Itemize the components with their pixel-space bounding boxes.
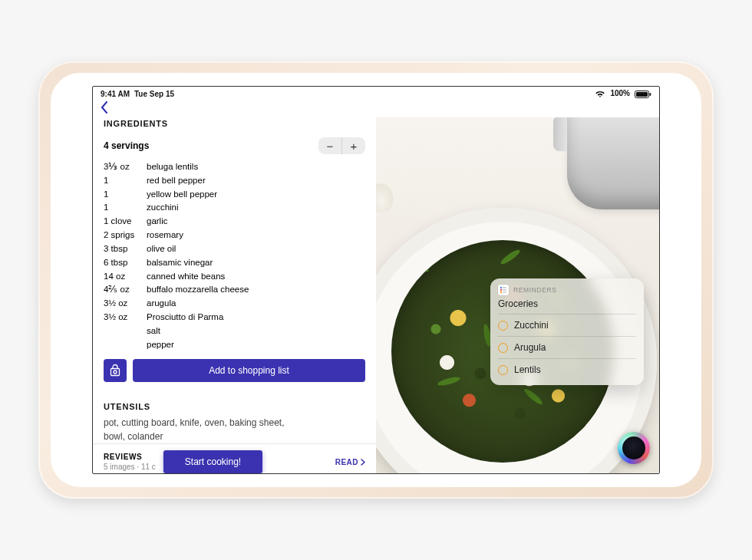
reminders-header: REMINDERS: [498, 285, 636, 295]
add-row: Add to shopping list: [104, 359, 365, 382]
ingredient-name: beluga lentils: [147, 160, 365, 174]
utensils-title: UTENSILS: [104, 402, 365, 411]
reminder-label: Arugula: [514, 342, 546, 353]
ingredient-row: 1yellow bell pepper: [104, 188, 365, 202]
ingredient-qty: 3⅓ oz: [104, 160, 147, 174]
ingredient-name: yellow bell pepper: [147, 188, 365, 202]
svg-rect-3: [111, 369, 120, 376]
servings-row: 4 servings − +: [104, 137, 365, 154]
svg-point-9: [500, 292, 502, 293]
servings-stepper: − +: [318, 137, 365, 154]
back-button[interactable]: [101, 101, 108, 117]
reminders-app-label: REMINDERS: [513, 286, 556, 294]
svg-rect-2: [650, 93, 651, 96]
reviews-block: REVIEWS 5 images · 11 c: [104, 453, 156, 471]
reminder-checkbox[interactable]: [498, 365, 508, 375]
ingredient-row: 1 clovegarlic: [104, 215, 365, 229]
ingredient-name: salt: [147, 324, 365, 338]
battery-percent: 100%: [610, 89, 630, 97]
reminders-items: ZucchiniArugulaLentils: [498, 314, 636, 380]
ingredient-qty: 6 tbsp: [104, 256, 147, 270]
start-cooking-label: Start cooking!: [185, 456, 241, 467]
start-cooking-button[interactable]: Start cooking!: [163, 450, 262, 473]
ingredient-qty: 3½ oz: [104, 297, 147, 311]
reminder-label: Lentils: [514, 364, 541, 375]
svg-point-5: [500, 287, 502, 288]
ingredient-row: 6 tbspbalsamic vinegar: [104, 256, 365, 270]
ingredient-qty: [104, 324, 147, 338]
ingredient-name: zucchini: [147, 201, 365, 215]
recipe-photo-panel: REMINDERS Groceries ZucchiniArugulaLenti…: [376, 117, 659, 473]
read-label: READ: [335, 458, 358, 466]
ingredient-name: Prosciutto di Parma: [147, 311, 365, 324]
svg-rect-8: [503, 289, 506, 290]
reviews-meta: 5 images · 11 c: [104, 463, 156, 471]
ingredient-qty: 3 tbsp: [104, 242, 147, 256]
ingredient-row: 3½ ozProsciutto di Parma: [104, 311, 365, 324]
reviews-title: REVIEWS: [104, 453, 156, 461]
reminder-checkbox[interactable]: [498, 343, 508, 353]
ingredient-qty: 3½ oz: [104, 311, 147, 324]
ingredient-row: 1zucchini: [104, 201, 365, 215]
servings-increment[interactable]: +: [342, 137, 365, 154]
ingredient-row: 4⅖ ozbuffalo mozzarella cheese: [104, 283, 365, 297]
ingredient-row: 3⅓ ozbeluga lentils: [104, 160, 365, 174]
svg-rect-10: [503, 292, 506, 292]
ingredient-row: 2 sprigsrosemary: [104, 229, 365, 242]
recipe-left-panel: INGREDIENTS 4 servings − + 3⅓ ozbeluga l…: [93, 117, 376, 473]
servings-text: 4 servings: [104, 140, 149, 151]
ipad-bezel: 9:41 AM Tue Sep 15 100%: [51, 73, 701, 487]
ingredient-qty: 2 sprigs: [104, 229, 147, 242]
servings-decrement[interactable]: −: [318, 137, 341, 154]
ingredient-name: arugula: [147, 297, 365, 311]
add-to-shopping-list-button[interactable]: Add to shopping list: [133, 359, 365, 382]
reminder-label: Zucchini: [514, 320, 549, 331]
ingredient-name: olive oil: [147, 242, 365, 256]
battery-icon: [635, 89, 651, 97]
wifi-icon: [595, 89, 605, 97]
svg-point-4: [114, 371, 117, 374]
ingredients-list: 3⅓ ozbeluga lentils1red bell pepper1yell…: [104, 160, 365, 351]
ingredient-row: salt: [104, 324, 365, 338]
add-to-shopping-list-label: Add to shopping list: [209, 365, 289, 376]
reminders-app-icon: [498, 285, 509, 295]
ingredient-name: buffalo mozzarella cheese: [147, 283, 365, 297]
ingredients-title: INGREDIENTS: [104, 119, 365, 128]
ingredient-name: pepper: [147, 338, 365, 352]
reminder-checkbox[interactable]: [498, 321, 508, 331]
svg-rect-1: [636, 92, 648, 97]
ingredient-name: red bell pepper: [147, 174, 365, 188]
svg-point-7: [500, 289, 502, 291]
ingredient-qty: 14 oz: [104, 270, 147, 284]
ingredient-qty: 4⅖ oz: [104, 283, 147, 297]
ingredient-row: 3½ ozarugula: [104, 297, 365, 311]
ingredient-row: pepper: [104, 338, 365, 352]
ingredient-qty: 1: [104, 201, 147, 215]
bottom-bar: REVIEWS 5 images · 11 c Start cooking! R…: [93, 443, 376, 473]
reminder-item[interactable]: Lentils: [498, 358, 636, 380]
scale-button[interactable]: [104, 359, 127, 382]
reminders-popover: REMINDERS Groceries ZucchiniArugulaLenti…: [490, 278, 644, 385]
reminder-item[interactable]: Zucchini: [498, 314, 636, 336]
ingredient-qty: [104, 338, 147, 352]
ingredient-name: rosemary: [147, 229, 365, 242]
ingredient-row: 3 tbspolive oil: [104, 242, 365, 256]
status-time: 9:41 AM: [101, 90, 130, 98]
read-reviews-link[interactable]: READ: [335, 458, 365, 466]
ingredient-row: 1red bell pepper: [104, 174, 365, 188]
ingredient-qty: 1: [104, 174, 147, 188]
reminders-list-title: Groceries: [498, 298, 636, 309]
pot-illustration: [567, 117, 659, 209]
siri-button[interactable]: [618, 432, 650, 464]
chevron-right-icon: [361, 459, 365, 466]
ingredient-name: garlic: [147, 215, 365, 229]
utensils-text: pot, cutting board, knife, oven, baking …: [104, 416, 303, 443]
screen: 9:41 AM Tue Sep 15 100%: [92, 86, 660, 474]
nav-back-row: [93, 100, 659, 117]
svg-rect-6: [503, 287, 506, 288]
status-date: Tue Sep 15: [134, 90, 174, 98]
ingredient-qty: 1: [104, 188, 147, 202]
content-area: INGREDIENTS 4 servings − + 3⅓ ozbeluga l…: [93, 117, 659, 473]
reminder-item[interactable]: Arugula: [498, 336, 636, 358]
ingredient-name: canned white beans: [147, 270, 365, 284]
